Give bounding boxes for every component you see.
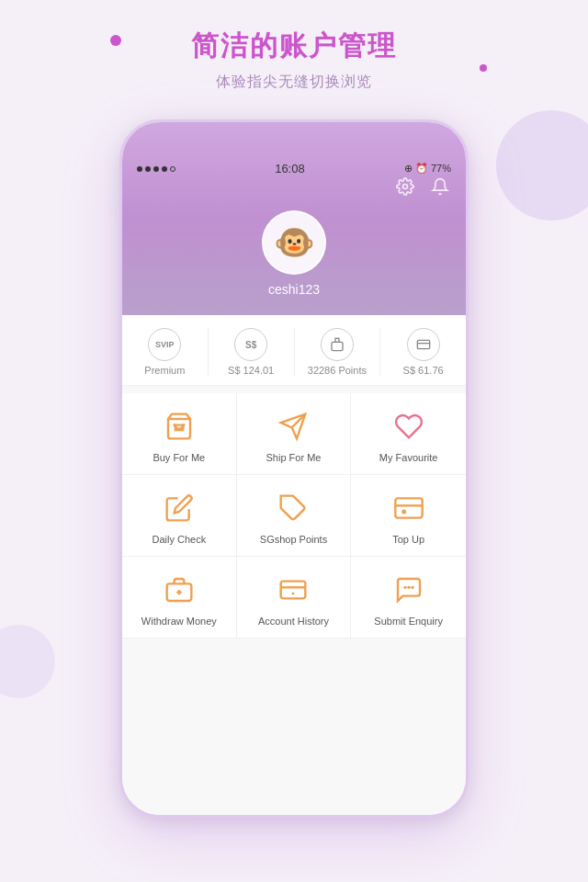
account-history-item[interactable]: Account History — [237, 557, 352, 639]
signal-dot-1 — [137, 166, 142, 172]
signal-dot-2 — [145, 166, 151, 172]
my-favourite-icon — [390, 408, 427, 445]
daily-check-item[interactable]: Daily Check — [122, 475, 237, 557]
svg-rect-1 — [335, 338, 339, 342]
username: ceshi123 — [268, 282, 320, 297]
withdraw-money-label: Withdraw Money — [141, 616, 217, 627]
profile-header: 🐵 ceshi123 — [122, 122, 466, 315]
daily-check-label: Daily Check — [152, 534, 206, 545]
status-icons: ⊕ ⏰ 77% — [404, 163, 451, 175]
top-up-icon — [390, 490, 427, 526]
account-history-icon — [275, 571, 311, 608]
svg-rect-12 — [281, 582, 306, 599]
signal-dot-3 — [153, 166, 159, 172]
my-favourite-label: My Favourite — [379, 452, 438, 463]
page-title: 简洁的账户管理 — [0, 28, 588, 65]
premium-icon: SVIP — [148, 328, 181, 361]
daily-check-icon — [161, 490, 198, 526]
menu-grid: Buy For Me Ship For Me — [122, 393, 466, 639]
withdraw-money-item[interactable]: Withdraw Money — [122, 557, 237, 639]
submit-enquiry-item[interactable]: Submit Enquiry — [351, 557, 466, 639]
status-bar: 16:08 ⊕ ⏰ 77% — [122, 154, 466, 179]
balance-label: S$ 124.01 — [228, 365, 274, 376]
svg-point-8 — [402, 511, 405, 514]
signal-dot-4 — [162, 166, 167, 172]
stat-balance[interactable]: S$ S$ 124.01 — [209, 328, 295, 376]
svg-rect-6 — [395, 498, 422, 517]
points-icon — [321, 328, 354, 361]
withdraw-money-icon — [161, 571, 198, 608]
stat-points[interactable]: 32286 Points — [295, 328, 381, 376]
signal-dots — [137, 166, 175, 172]
buy-for-me-label: Buy For Me — [153, 452, 205, 463]
ship-for-me-label: Ship For Me — [266, 452, 322, 463]
phone-frame: 16:08 ⊕ ⏰ 77% — [119, 119, 469, 818]
account-history-label: Account History — [258, 616, 329, 627]
bg-circle-1 — [496, 110, 588, 220]
stat-premium[interactable]: SVIP Premium — [122, 328, 209, 376]
page-subtitle: 体验指尖无缝切换浏览 — [0, 73, 588, 92]
status-time: 16:08 — [275, 162, 305, 175]
my-favourite-item[interactable]: My Favourite — [351, 393, 466, 475]
svg-point-0 — [403, 185, 408, 189]
top-up-item[interactable]: Top Up — [351, 475, 466, 557]
stat-voucher[interactable]: S$ 61.76 — [380, 328, 466, 376]
buy-for-me-icon — [161, 408, 198, 445]
voucher-icon — [407, 328, 440, 361]
avatar[interactable]: 🐵 — [262, 210, 326, 275]
submit-enquiry-icon — [390, 571, 427, 608]
stats-row: SVIP Premium S$ S$ 124.01 — [122, 315, 466, 386]
dot-decoration-right — [480, 64, 487, 72]
dot-decoration-left — [110, 35, 121, 46]
status-right: ⊕ ⏰ 77% — [404, 163, 451, 175]
sgshop-points-icon — [275, 490, 311, 526]
ship-for-me-item[interactable]: Ship For Me — [237, 393, 352, 475]
sgshop-points-label: SGshop Points — [260, 534, 327, 545]
submit-enquiry-label: Submit Enquiry — [374, 616, 443, 627]
sgshop-points-item[interactable]: SGshop Points — [237, 475, 352, 557]
signal-dot-5 — [170, 166, 175, 172]
svg-rect-2 — [417, 340, 429, 348]
phone-mockup: 16:08 ⊕ ⏰ 77% — [119, 119, 469, 818]
content-area: SVIP Premium S$ S$ 124.01 — [122, 315, 466, 815]
buy-for-me-item[interactable]: Buy For Me — [122, 393, 237, 475]
balance-icon: S$ — [234, 328, 267, 361]
points-label: 32286 Points — [308, 365, 367, 376]
bg-circle-2 — [0, 625, 55, 698]
top-up-label: Top Up — [392, 534, 424, 545]
voucher-label: S$ 61.76 — [403, 365, 444, 376]
top-text-section: 简洁的账户管理 体验指尖无缝切换浏览 — [0, 0, 588, 92]
premium-label: Premium — [144, 365, 185, 376]
ship-for-me-icon — [275, 408, 311, 445]
